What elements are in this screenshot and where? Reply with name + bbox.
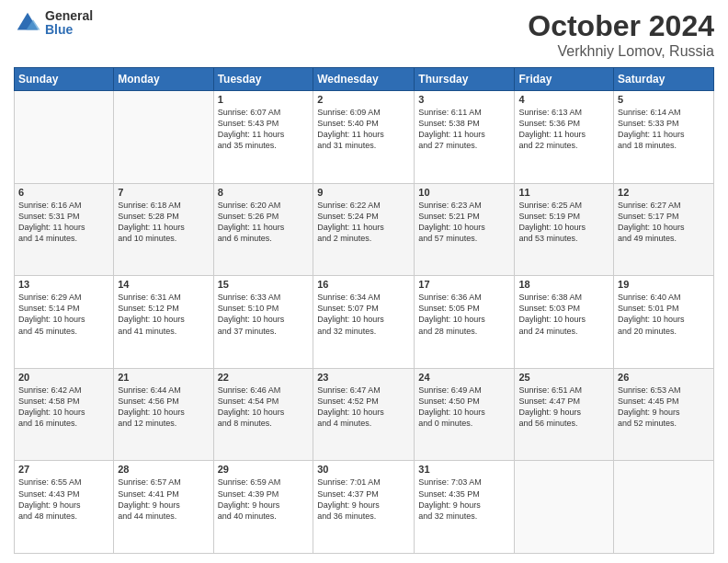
logo: General Blue <box>14 9 93 38</box>
day-number: 17 <box>418 279 510 290</box>
cell-info: Sunrise: 6:22 AM Sunset: 5:24 PM Dayligh… <box>317 200 410 245</box>
calendar-cell: 26Sunrise: 6:53 AM Sunset: 4:45 PM Dayli… <box>614 368 714 461</box>
day-number: 3 <box>418 94 510 105</box>
col-saturday: Saturday <box>614 68 714 91</box>
cell-info: Sunrise: 6:23 AM Sunset: 5:21 PM Dayligh… <box>418 200 510 245</box>
page: General Blue October 2024 Verkhniy Lomov… <box>0 0 728 563</box>
col-friday: Friday <box>515 68 614 91</box>
day-number: 16 <box>317 279 410 290</box>
cell-info: Sunrise: 6:09 AM Sunset: 5:40 PM Dayligh… <box>317 107 410 152</box>
calendar-cell: 20Sunrise: 6:42 AM Sunset: 4:58 PM Dayli… <box>15 368 114 461</box>
cell-info: Sunrise: 6:46 AM Sunset: 4:54 PM Dayligh… <box>218 385 310 430</box>
day-number: 20 <box>18 372 109 383</box>
day-number: 5 <box>618 94 710 105</box>
calendar-week-4: 20Sunrise: 6:42 AM Sunset: 4:58 PM Dayli… <box>15 368 714 461</box>
day-number: 23 <box>317 372 410 383</box>
calendar-cell: 19Sunrise: 6:40 AM Sunset: 5:01 PM Dayli… <box>614 276 714 369</box>
col-thursday: Thursday <box>415 68 515 91</box>
day-number: 18 <box>518 279 609 290</box>
cell-info: Sunrise: 6:11 AM Sunset: 5:38 PM Dayligh… <box>418 107 510 152</box>
calendar-cell: 30Sunrise: 7:01 AM Sunset: 4:37 PM Dayli… <box>313 461 415 554</box>
day-number: 27 <box>18 464 109 475</box>
day-number: 21 <box>118 372 209 383</box>
day-number: 29 <box>218 464 310 475</box>
day-number: 24 <box>418 372 510 383</box>
day-number: 12 <box>618 187 710 198</box>
logo-text: General Blue <box>45 9 93 38</box>
calendar-week-5: 27Sunrise: 6:55 AM Sunset: 4:43 PM Dayli… <box>15 461 714 554</box>
calendar-cell: 29Sunrise: 6:59 AM Sunset: 4:39 PM Dayli… <box>213 461 313 554</box>
cell-info: Sunrise: 6:34 AM Sunset: 5:07 PM Dayligh… <box>317 292 410 337</box>
cell-info: Sunrise: 6:25 AM Sunset: 5:19 PM Dayligh… <box>518 200 609 245</box>
calendar-cell: 8Sunrise: 6:20 AM Sunset: 5:26 PM Daylig… <box>213 183 313 276</box>
day-number: 26 <box>618 372 710 383</box>
cell-info: Sunrise: 6:40 AM Sunset: 5:01 PM Dayligh… <box>618 292 710 337</box>
month-title: October 2024 <box>528 9 714 43</box>
cell-info: Sunrise: 6:20 AM Sunset: 5:26 PM Dayligh… <box>218 200 310 245</box>
col-monday: Monday <box>114 68 213 91</box>
cell-info: Sunrise: 6:13 AM Sunset: 5:36 PM Dayligh… <box>518 107 609 152</box>
calendar-cell: 9Sunrise: 6:22 AM Sunset: 5:24 PM Daylig… <box>313 183 415 276</box>
cell-info: Sunrise: 6:53 AM Sunset: 4:45 PM Dayligh… <box>618 385 710 430</box>
day-number: 2 <box>317 94 410 105</box>
cell-info: Sunrise: 6:42 AM Sunset: 4:58 PM Dayligh… <box>18 385 109 430</box>
cell-info: Sunrise: 6:59 AM Sunset: 4:39 PM Dayligh… <box>218 477 310 522</box>
calendar-cell: 4Sunrise: 6:13 AM Sunset: 5:36 PM Daylig… <box>515 91 614 184</box>
calendar-cell: 11Sunrise: 6:25 AM Sunset: 5:19 PM Dayli… <box>515 183 614 276</box>
cell-info: Sunrise: 6:07 AM Sunset: 5:43 PM Dayligh… <box>218 107 310 152</box>
day-number: 15 <box>218 279 310 290</box>
calendar-cell: 27Sunrise: 6:55 AM Sunset: 4:43 PM Dayli… <box>15 461 114 554</box>
calendar-cell <box>15 91 114 184</box>
logo-blue: Blue <box>45 23 93 37</box>
calendar-cell: 14Sunrise: 6:31 AM Sunset: 5:12 PM Dayli… <box>114 276 213 369</box>
cell-info: Sunrise: 6:38 AM Sunset: 5:03 PM Dayligh… <box>518 292 609 337</box>
day-number: 19 <box>618 279 710 290</box>
cell-info: Sunrise: 7:01 AM Sunset: 4:37 PM Dayligh… <box>317 477 410 522</box>
calendar-cell <box>114 91 213 184</box>
logo-icon <box>14 9 41 37</box>
location-title: Verkhniy Lomov, Russia <box>528 43 714 60</box>
col-tuesday: Tuesday <box>213 68 313 91</box>
calendar-cell: 3Sunrise: 6:11 AM Sunset: 5:38 PM Daylig… <box>415 91 515 184</box>
cell-info: Sunrise: 7:03 AM Sunset: 4:35 PM Dayligh… <box>418 477 510 522</box>
calendar-cell: 28Sunrise: 6:57 AM Sunset: 4:41 PM Dayli… <box>114 461 213 554</box>
calendar-cell: 12Sunrise: 6:27 AM Sunset: 5:17 PM Dayli… <box>614 183 714 276</box>
calendar-cell <box>614 461 714 554</box>
day-number: 31 <box>418 464 510 475</box>
day-number: 28 <box>118 464 209 475</box>
cell-info: Sunrise: 6:51 AM Sunset: 4:47 PM Dayligh… <box>518 385 609 430</box>
day-number: 10 <box>418 187 510 198</box>
logo-general: General <box>45 9 93 23</box>
cell-info: Sunrise: 6:47 AM Sunset: 4:52 PM Dayligh… <box>317 385 410 430</box>
calendar-cell: 22Sunrise: 6:46 AM Sunset: 4:54 PM Dayli… <box>213 368 313 461</box>
calendar-week-3: 13Sunrise: 6:29 AM Sunset: 5:14 PM Dayli… <box>15 276 714 369</box>
calendar-cell: 25Sunrise: 6:51 AM Sunset: 4:47 PM Dayli… <box>515 368 614 461</box>
cell-info: Sunrise: 6:57 AM Sunset: 4:41 PM Dayligh… <box>118 477 209 522</box>
cell-info: Sunrise: 6:29 AM Sunset: 5:14 PM Dayligh… <box>18 292 109 337</box>
cell-info: Sunrise: 6:31 AM Sunset: 5:12 PM Dayligh… <box>118 292 209 337</box>
cell-info: Sunrise: 6:33 AM Sunset: 5:10 PM Dayligh… <box>218 292 310 337</box>
calendar-cell: 2Sunrise: 6:09 AM Sunset: 5:40 PM Daylig… <box>313 91 415 184</box>
calendar-cell: 21Sunrise: 6:44 AM Sunset: 4:56 PM Dayli… <box>114 368 213 461</box>
day-number: 14 <box>118 279 209 290</box>
cell-info: Sunrise: 6:55 AM Sunset: 4:43 PM Dayligh… <box>18 477 109 522</box>
calendar-table: Sunday Monday Tuesday Wednesday Thursday… <box>14 67 714 554</box>
calendar-cell: 18Sunrise: 6:38 AM Sunset: 5:03 PM Dayli… <box>515 276 614 369</box>
calendar-cell: 10Sunrise: 6:23 AM Sunset: 5:21 PM Dayli… <box>415 183 515 276</box>
header-row: Sunday Monday Tuesday Wednesday Thursday… <box>15 68 714 91</box>
day-number: 25 <box>518 372 609 383</box>
day-number: 9 <box>317 187 410 198</box>
cell-info: Sunrise: 6:14 AM Sunset: 5:33 PM Dayligh… <box>618 107 710 152</box>
header: General Blue October 2024 Verkhniy Lomov… <box>14 9 714 60</box>
calendar-cell: 1Sunrise: 6:07 AM Sunset: 5:43 PM Daylig… <box>213 91 313 184</box>
calendar-cell: 5Sunrise: 6:14 AM Sunset: 5:33 PM Daylig… <box>614 91 714 184</box>
day-number: 22 <box>218 372 310 383</box>
calendar-cell: 17Sunrise: 6:36 AM Sunset: 5:05 PM Dayli… <box>415 276 515 369</box>
calendar-cell: 31Sunrise: 7:03 AM Sunset: 4:35 PM Dayli… <box>415 461 515 554</box>
calendar-cell <box>515 461 614 554</box>
day-number: 30 <box>317 464 410 475</box>
calendar-cell: 16Sunrise: 6:34 AM Sunset: 5:07 PM Dayli… <box>313 276 415 369</box>
calendar-week-2: 6Sunrise: 6:16 AM Sunset: 5:31 PM Daylig… <box>15 183 714 276</box>
day-number: 13 <box>18 279 109 290</box>
title-block: October 2024 Verkhniy Lomov, Russia <box>528 9 714 60</box>
